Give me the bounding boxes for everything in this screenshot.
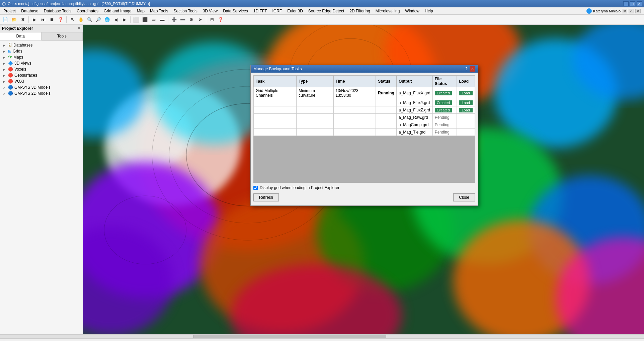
forward-button[interactable]: ▶ [120, 16, 129, 24]
tab-data[interactable]: Data [0, 32, 42, 40]
remove-button[interactable]: ➖ [179, 16, 187, 24]
zoom-in-button[interactable]: 🔍 [86, 16, 94, 24]
close-db-button[interactable]: ✖ [19, 16, 27, 24]
tree-item-3dviews[interactable]: ▶ 🔷 3D Views [1, 60, 81, 66]
menu-section-tools[interactable]: Section Tools [171, 7, 200, 15]
voxels-icon: 🔴 [8, 67, 13, 72]
tree-item-geosurfaces[interactable]: ▶ 🔴 Geosurfaces [1, 72, 81, 78]
menu-window[interactable]: Window [402, 7, 422, 15]
menu-2d-filtering[interactable]: 2D Filtering [347, 7, 373, 15]
tool2-button[interactable]: ▭ [150, 16, 158, 24]
map-area[interactable]: Manage Background Tasks ? ✕ Task Type T [83, 25, 644, 334]
table-row: a_Mag_Raw.grdPending [254, 114, 475, 121]
cell-task: Grid Multiple Channels [254, 87, 297, 99]
tab-tools[interactable]: Tools [42, 32, 83, 40]
play-next-button[interactable]: ⏭ [39, 16, 47, 24]
tool1-button[interactable]: ⬛ [141, 16, 149, 24]
menu-database-tools[interactable]: Database Tools [41, 7, 74, 15]
cell-load[interactable]: Load [457, 87, 475, 99]
menu-source-edge-detect[interactable]: Source Edge Detect [306, 7, 347, 15]
export-button[interactable]: ⊞ [208, 16, 216, 24]
tool3-button[interactable]: ▬ [158, 16, 166, 24]
cell-time [333, 121, 376, 129]
tree-item-databases[interactable]: ▶ 🗄 Databases [1, 42, 81, 48]
menu-igrf[interactable]: IGRF [270, 7, 285, 15]
float-btn[interactable]: ⤢ [629, 9, 634, 13]
arrow-button[interactable]: ➤ [196, 16, 204, 24]
tree-item-voxi[interactable]: ▶ 🔴 VOXI [1, 78, 81, 84]
cell-output: a_MagComp.grd [396, 121, 432, 129]
cell-file-status: Pending [432, 114, 457, 121]
menu-help[interactable]: Help [422, 7, 436, 15]
close-window-button[interactable]: ✕ [637, 1, 642, 6]
pan-tool-button[interactable]: ✋ [77, 16, 85, 24]
tree-item-grids[interactable]: ▶ ⊞ Grids [1, 48, 81, 54]
col-status: Status [376, 76, 397, 87]
scroll-thumb[interactable] [193, 335, 386, 338]
voxi-icon: 🔴 [8, 79, 13, 84]
tree-item-voxels[interactable]: ▶ 🔴 Voxels [1, 66, 81, 72]
load-button[interactable]: Load [459, 100, 472, 105]
expand-icon: ▶ [3, 74, 7, 77]
menu-3d-view[interactable]: 3D View [200, 7, 220, 15]
tree-label-voxi: VOXI [14, 79, 24, 84]
manage-background-tasks-dialog[interactable]: Manage Background Tasks ? ✕ Task Type T [250, 65, 478, 206]
load-button[interactable]: Load [459, 108, 472, 112]
cell-task [254, 114, 297, 121]
task-table: Task Type Time Status Output File Status… [253, 75, 475, 136]
maximize-button[interactable]: □ [630, 1, 635, 6]
menu-1d-fft[interactable]: 1D FFT [251, 7, 270, 15]
select-tool-button[interactable]: ↖ [68, 16, 76, 24]
close-dialog-button[interactable]: Close [453, 193, 475, 201]
cell-load[interactable]: Load [457, 99, 475, 106]
tree-item-maps[interactable]: ▶ 🗺 Maps [1, 54, 81, 60]
app-icon: ⬡ [2, 1, 6, 6]
horizontal-scrollbar[interactable] [0, 334, 644, 338]
refresh-button[interactable]: Refresh [253, 193, 279, 201]
new-button[interactable]: 📄 [1, 16, 9, 24]
menu-map[interactable]: Map [134, 7, 147, 15]
tree-label-gmsys2d: GM-SYS 2D Models [14, 91, 51, 96]
help-toolbar-button[interactable]: ❓ [57, 16, 65, 24]
about-button[interactable]: ❓ [217, 16, 225, 24]
add-button[interactable]: ➕ [170, 16, 178, 24]
menu-coordinates[interactable]: Coordinates [74, 7, 101, 15]
load-button[interactable]: Load [459, 91, 472, 95]
rect-select-button[interactable]: ⬜ [132, 16, 140, 24]
zoom-out-button[interactable]: 🔎 [94, 16, 102, 24]
cell-type [297, 99, 333, 106]
cell-file-status: Pending [432, 129, 457, 136]
cell-time [333, 99, 376, 106]
full-extent-button[interactable]: 🌐 [103, 16, 111, 24]
settings-button[interactable]: ⚙ [187, 16, 195, 24]
cell-time [333, 106, 376, 114]
menu-data-services[interactable]: Data Services [220, 7, 251, 15]
dialog-help-icon[interactable]: ? [465, 67, 468, 71]
menu-grid-and-image[interactable]: Grid and Image [101, 7, 134, 15]
tree-label-gmsys3d: GM-SYS 3D Models [14, 85, 51, 90]
dialog-buttons: Refresh Close [253, 192, 475, 203]
cell-load[interactable]: Load [457, 106, 475, 114]
back-button[interactable]: ◀ [112, 16, 120, 24]
play-button[interactable]: ▶ [30, 16, 38, 24]
tree-item-gmsys3d[interactable]: ▷ 🔵 GM-SYS 3D Models [1, 84, 81, 90]
col-file-status: File Status [432, 76, 457, 87]
restore-btn[interactable]: ⧉ [622, 9, 627, 13]
display-grid-checkbox[interactable] [253, 186, 258, 190]
menu-project[interactable]: Project [1, 7, 18, 15]
table-row: a_MagComp.grdPending [254, 121, 475, 129]
menu-database[interactable]: Database [18, 7, 41, 15]
stop-button[interactable]: ⏹ [48, 16, 56, 24]
menu-microlevelling[interactable]: Microlevelling [373, 7, 403, 15]
menu-map-tools[interactable]: Map Tools [147, 7, 171, 15]
table-row: Grid Multiple ChannelsMinimum curvature1… [254, 87, 475, 99]
close-app-btn[interactable]: ✕ [635, 9, 641, 13]
minimize-button[interactable]: − [623, 1, 629, 6]
tree-item-gmsys2d[interactable]: ▷ 🔵 GM-SYS 2D Models [1, 90, 81, 96]
sidebar-close-button[interactable]: ✕ [77, 26, 81, 31]
col-load: Load [457, 76, 475, 87]
open-button[interactable]: 📂 [10, 16, 18, 24]
menu-euler-3d[interactable]: Euler 3D [285, 7, 306, 15]
toolbar: 📄 📂 ✖ ▶ ⏭ ⏹ ❓ ↖ ✋ 🔍 🔎 🌐 ◀ ▶ ⬜ ⬛ ▭ ▬ ➕ ➖ … [0, 15, 644, 25]
dialog-close-button[interactable]: ✕ [470, 66, 475, 72]
